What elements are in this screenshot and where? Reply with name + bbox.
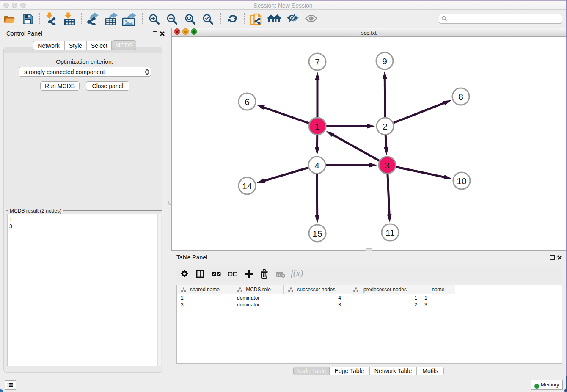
svg-text:11: 11 — [385, 228, 395, 237]
svg-text:10: 10 — [457, 176, 466, 186]
svg-text:9: 9 — [382, 56, 387, 66]
svg-text:1: 1 — [315, 121, 320, 131]
svg-text:15: 15 — [312, 229, 322, 238]
svg-text:2: 2 — [383, 121, 388, 131]
svg-text:3: 3 — [385, 160, 390, 170]
svg-text:14: 14 — [242, 181, 252, 191]
svg-text:4: 4 — [314, 160, 319, 170]
svg-text:7: 7 — [315, 57, 320, 67]
svg-text:6: 6 — [245, 97, 250, 107]
svg-text:8: 8 — [458, 92, 463, 102]
